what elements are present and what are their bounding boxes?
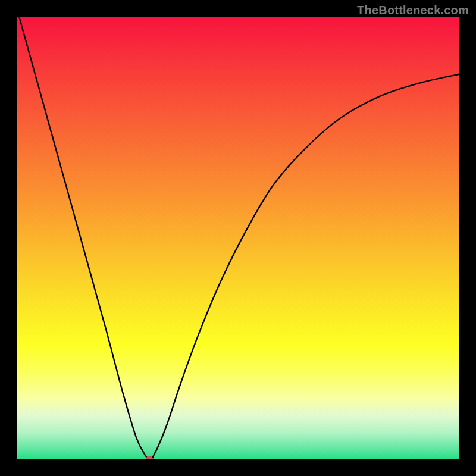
- plot-area: [17, 17, 459, 459]
- chart-background: [17, 17, 459, 459]
- chart-frame: TheBottleneck.com: [0, 0, 476, 476]
- watermark-label: TheBottleneck.com: [357, 4, 469, 17]
- chart-svg: [17, 17, 459, 459]
